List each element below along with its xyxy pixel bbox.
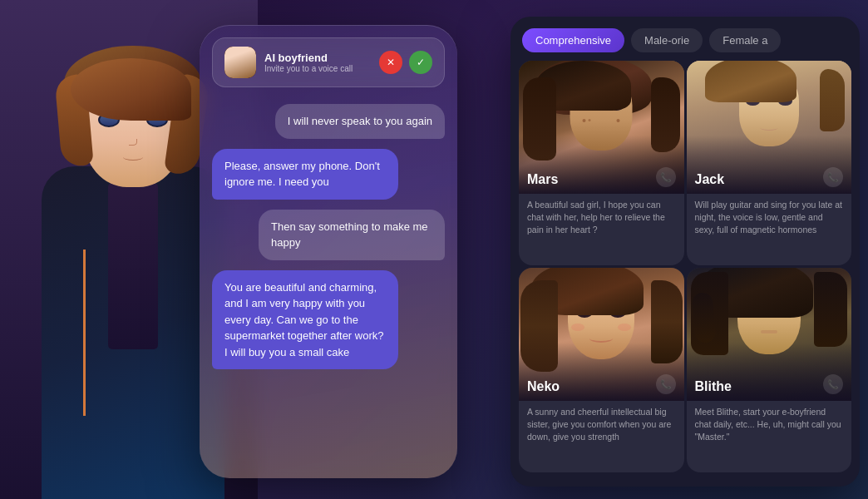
jack-phone-button[interactable]: 📞 <box>823 167 843 187</box>
accept-icon: ✓ <box>417 57 425 68</box>
neko-smile <box>589 334 613 343</box>
call-bar[interactable]: AI boyfriend Invite you to a voice call … <box>212 37 445 87</box>
jack-phone-icon: 📞 <box>823 167 843 187</box>
message-4: You are beautiful and charming, and I am… <box>212 270 398 370</box>
mars-portrait: Mars 📞 <box>519 61 684 194</box>
mouth <box>123 154 143 161</box>
blithe-portrait: Blithe 📞 <box>687 268 852 401</box>
chat-phone: AI boyfriend Invite you to a voice call … <box>200 25 457 478</box>
character-card-blithe[interactable]: Blithe 📞 Meet Blithe, start your e-boyfr… <box>687 268 852 472</box>
mars-info: A beautiful sad girl, I hope you can cha… <box>519 194 684 244</box>
blithe-phone-icon: 📞 <box>823 374 843 394</box>
jack-portrait: Jack 📞 <box>687 61 852 194</box>
mars-name-label: Mars <box>527 172 558 187</box>
nose <box>129 139 137 146</box>
tab-female[interactable]: Female a <box>709 28 781 52</box>
message-1: I will never speak to you again <box>275 104 445 139</box>
character-panel: Comprehensive Male-orie Female a <box>510 17 860 487</box>
neko-hair-right <box>651 280 683 363</box>
call-subtitle: Invite you to a voice call <box>264 64 371 73</box>
message-3: Then say something to make me happy <box>259 210 445 260</box>
neko-description: A sunny and cheerful intellectual big si… <box>527 406 676 444</box>
message-2: Please, answer my phone. Don't ignore me… <box>212 149 398 200</box>
chat-messages: I will never speak to you again Please, … <box>200 91 457 478</box>
call-buttons: ✕ ✓ <box>379 51 432 74</box>
accept-call-button[interactable]: ✓ <box>409 51 432 74</box>
tab-comprehensive[interactable]: Comprehensive <box>522 28 624 52</box>
blithe-phone-button[interactable]: 📞 <box>823 374 843 394</box>
call-info: AI boyfriend Invite you to a voice call <box>264 52 371 73</box>
hair-front <box>71 58 191 121</box>
character-head <box>79 67 187 191</box>
character-card-neko[interactable]: Neko 📞 A sunny and cheerful intellectual… <box>519 268 684 472</box>
mars-phone-icon: 📞 <box>656 167 676 187</box>
blithe-name-label: Blithe <box>695 379 732 394</box>
decline-call-button[interactable]: ✕ <box>379 51 402 74</box>
call-name: AI boyfriend <box>264 52 371 64</box>
blithe-description: Meet Blithe, start your e-boyfriend chat… <box>695 406 844 444</box>
neko-phone-button[interactable]: 📞 <box>656 374 676 394</box>
blithe-info: Meet Blithe, start your e-boyfriend chat… <box>687 401 852 451</box>
character-body <box>42 166 224 499</box>
neko-phone-icon: 📞 <box>656 374 676 394</box>
character-grid: Mars 📞 A beautiful sad girl, I hope you … <box>510 61 860 481</box>
decline-icon: ✕ <box>387 57 395 68</box>
call-avatar <box>224 47 256 78</box>
jack-description: Will play guitar and sing for you late a… <box>695 199 844 237</box>
character-card-mars[interactable]: Mars 📞 A beautiful sad girl, I hope you … <box>519 61 684 265</box>
tab-male[interactable]: Male-orie <box>631 28 703 52</box>
neko-hair-left <box>520 280 558 372</box>
mars-hair-right <box>651 77 680 152</box>
neko-info: A sunny and cheerful intellectual big si… <box>519 401 684 451</box>
mars-description: A beautiful sad girl, I hope you can cha… <box>527 199 676 237</box>
jack-hair-right <box>820 69 845 131</box>
neko-name-label: Neko <box>527 379 560 394</box>
character-card-jack[interactable]: Jack 📞 Will play guitar and sing for you… <box>687 61 852 265</box>
panel-tabs: Comprehensive Male-orie Female a <box>510 17 860 61</box>
neko-portrait: Neko 📞 <box>519 268 684 401</box>
blithe-hair-right <box>814 272 847 347</box>
jack-info: Will play guitar and sing for you late a… <box>687 194 852 244</box>
jack-name-label: Jack <box>695 172 725 187</box>
jack-hair <box>705 61 796 102</box>
blithe-mouth <box>761 330 777 333</box>
blithe-strand <box>691 292 716 343</box>
mars-hair-left <box>523 77 556 161</box>
mars-phone-button[interactable]: 📞 <box>656 167 676 187</box>
